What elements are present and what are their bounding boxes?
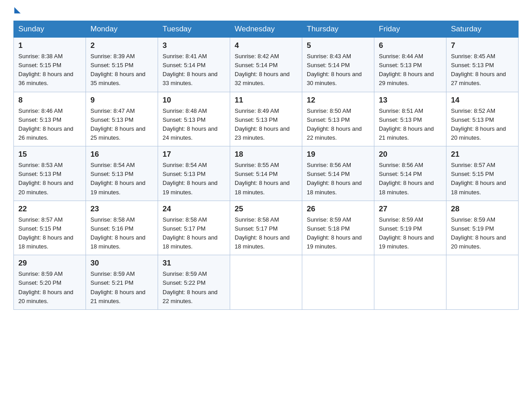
day-info: Sunrise: 8:56 AMSunset: 5:14 PMDaylight:…: [307, 161, 369, 197]
calendar-week-row: 1Sunrise: 8:38 AMSunset: 5:15 PMDaylight…: [14, 38, 519, 92]
calendar-day-cell: 24Sunrise: 8:58 AMSunset: 5:17 PMDayligh…: [158, 201, 230, 255]
day-info: Sunrise: 8:59 AMSunset: 5:20 PMDaylight:…: [18, 270, 81, 306]
calendar-week-row: 29Sunrise: 8:59 AMSunset: 5:20 PMDayligh…: [14, 255, 519, 310]
day-number: 17: [163, 150, 225, 159]
day-number: 31: [163, 259, 225, 268]
day-number: 11: [235, 96, 297, 105]
day-number: 24: [163, 205, 225, 214]
calendar-day-cell: 29Sunrise: 8:59 AMSunset: 5:20 PMDayligh…: [14, 255, 86, 310]
day-info: Sunrise: 8:59 AMSunset: 5:22 PMDaylight:…: [163, 270, 225, 306]
calendar-day-cell: 25Sunrise: 8:58 AMSunset: 5:17 PMDayligh…: [230, 201, 302, 255]
col-friday: Friday: [374, 21, 446, 38]
day-number: 10: [163, 96, 225, 105]
day-number: 25: [235, 205, 297, 214]
day-info: Sunrise: 8:38 AMSunset: 5:15 PMDaylight:…: [18, 52, 81, 88]
col-saturday: Saturday: [446, 21, 519, 38]
day-info: Sunrise: 8:44 AMSunset: 5:13 PMDaylight:…: [379, 52, 442, 88]
calendar-day-cell: [374, 255, 446, 310]
calendar-day-cell: 23Sunrise: 8:58 AMSunset: 5:16 PMDayligh…: [86, 201, 158, 255]
calendar-day-cell: 16Sunrise: 8:54 AMSunset: 5:13 PMDayligh…: [86, 146, 158, 201]
day-info: Sunrise: 8:53 AMSunset: 5:13 PMDaylight:…: [18, 161, 81, 197]
day-info: Sunrise: 8:59 AMSunset: 5:19 PMDaylight:…: [379, 215, 442, 252]
day-number: 26: [307, 205, 369, 214]
calendar-week-row: 8Sunrise: 8:46 AMSunset: 5:13 PMDaylight…: [14, 92, 519, 146]
calendar-day-cell: 6Sunrise: 8:44 AMSunset: 5:13 PMDaylight…: [374, 38, 446, 92]
calendar-day-cell: 21Sunrise: 8:57 AMSunset: 5:15 PMDayligh…: [446, 146, 519, 201]
calendar-week-row: 15Sunrise: 8:53 AMSunset: 5:13 PMDayligh…: [14, 146, 519, 201]
col-tuesday: Tuesday: [158, 21, 230, 38]
page-header: [13, 9, 519, 12]
calendar-day-cell: 11Sunrise: 8:49 AMSunset: 5:13 PMDayligh…: [230, 92, 302, 146]
calendar-day-cell: 5Sunrise: 8:43 AMSunset: 5:14 PMDaylight…: [302, 38, 374, 92]
calendar-day-cell: 19Sunrise: 8:56 AMSunset: 5:14 PMDayligh…: [302, 146, 374, 201]
day-number: 22: [18, 205, 81, 214]
day-info: Sunrise: 8:47 AMSunset: 5:13 PMDaylight:…: [90, 107, 153, 143]
day-number: 21: [451, 150, 514, 159]
day-number: 6: [379, 41, 442, 50]
day-info: Sunrise: 8:54 AMSunset: 5:13 PMDaylight:…: [90, 161, 153, 197]
day-number: 23: [90, 205, 153, 214]
day-number: 28: [451, 205, 514, 214]
calendar-day-cell: 30Sunrise: 8:59 AMSunset: 5:21 PMDayligh…: [86, 255, 158, 310]
day-info: Sunrise: 8:55 AMSunset: 5:14 PMDaylight:…: [235, 161, 297, 197]
day-number: 16: [90, 150, 153, 159]
calendar-day-cell: 4Sunrise: 8:42 AMSunset: 5:14 PMDaylight…: [230, 38, 302, 92]
day-number: 13: [379, 96, 442, 105]
logo: [13, 9, 21, 12]
calendar-day-cell: 26Sunrise: 8:59 AMSunset: 5:18 PMDayligh…: [302, 201, 374, 255]
day-info: Sunrise: 8:57 AMSunset: 5:15 PMDaylight:…: [18, 215, 81, 252]
day-info: Sunrise: 8:39 AMSunset: 5:15 PMDaylight:…: [90, 52, 153, 88]
day-number: 19: [307, 150, 369, 159]
day-info: Sunrise: 8:59 AMSunset: 5:21 PMDaylight:…: [90, 270, 153, 306]
day-number: 18: [235, 150, 297, 159]
day-number: 2: [90, 41, 153, 50]
day-info: Sunrise: 8:48 AMSunset: 5:13 PMDaylight:…: [163, 107, 225, 143]
day-number: 9: [90, 96, 153, 105]
calendar-day-cell: 22Sunrise: 8:57 AMSunset: 5:15 PMDayligh…: [14, 201, 86, 255]
day-number: 30: [90, 259, 153, 268]
col-sunday: Sunday: [14, 21, 86, 38]
day-info: Sunrise: 8:59 AMSunset: 5:18 PMDaylight:…: [307, 215, 369, 252]
day-info: Sunrise: 8:52 AMSunset: 5:13 PMDaylight:…: [451, 107, 514, 143]
day-info: Sunrise: 8:57 AMSunset: 5:15 PMDaylight:…: [451, 161, 514, 197]
day-info: Sunrise: 8:58 AMSunset: 5:17 PMDaylight:…: [235, 215, 297, 252]
calendar-day-cell: 17Sunrise: 8:54 AMSunset: 5:13 PMDayligh…: [158, 146, 230, 201]
day-info: Sunrise: 8:49 AMSunset: 5:13 PMDaylight:…: [235, 107, 297, 143]
day-number: 15: [18, 150, 81, 159]
day-number: 7: [451, 41, 514, 50]
calendar-day-cell: 2Sunrise: 8:39 AMSunset: 5:15 PMDaylight…: [86, 38, 158, 92]
day-info: Sunrise: 8:50 AMSunset: 5:13 PMDaylight:…: [307, 107, 369, 143]
day-number: 5: [307, 41, 369, 50]
col-wednesday: Wednesday: [230, 21, 302, 38]
day-number: 12: [307, 96, 369, 105]
calendar-day-cell: 3Sunrise: 8:41 AMSunset: 5:14 PMDaylight…: [158, 38, 230, 92]
calendar-day-cell: [302, 255, 374, 310]
calendar-day-cell: 20Sunrise: 8:56 AMSunset: 5:14 PMDayligh…: [374, 146, 446, 201]
col-monday: Monday: [86, 21, 158, 38]
calendar-day-cell: [230, 255, 302, 310]
day-info: Sunrise: 8:46 AMSunset: 5:13 PMDaylight:…: [18, 107, 81, 143]
calendar-header-row: Sunday Monday Tuesday Wednesday Thursday…: [14, 21, 519, 38]
day-number: 4: [235, 41, 297, 50]
day-info: Sunrise: 8:54 AMSunset: 5:13 PMDaylight:…: [163, 161, 225, 197]
day-number: 1: [18, 41, 81, 50]
calendar-day-cell: 31Sunrise: 8:59 AMSunset: 5:22 PMDayligh…: [158, 255, 230, 310]
calendar-day-cell: 9Sunrise: 8:47 AMSunset: 5:13 PMDaylight…: [86, 92, 158, 146]
col-thursday: Thursday: [302, 21, 374, 38]
calendar-table: Sunday Monday Tuesday Wednesday Thursday…: [13, 21, 519, 310]
day-number: 8: [18, 96, 81, 105]
calendar-day-cell: 13Sunrise: 8:51 AMSunset: 5:13 PMDayligh…: [374, 92, 446, 146]
calendar-day-cell: 10Sunrise: 8:48 AMSunset: 5:13 PMDayligh…: [158, 92, 230, 146]
calendar-week-row: 22Sunrise: 8:57 AMSunset: 5:15 PMDayligh…: [14, 201, 519, 255]
calendar-day-cell: 7Sunrise: 8:45 AMSunset: 5:13 PMDaylight…: [446, 38, 519, 92]
day-number: 3: [163, 41, 225, 50]
day-number: 20: [379, 150, 442, 159]
calendar-day-cell: [446, 255, 519, 310]
calendar-day-cell: 15Sunrise: 8:53 AMSunset: 5:13 PMDayligh…: [14, 146, 86, 201]
day-info: Sunrise: 8:41 AMSunset: 5:14 PMDaylight:…: [163, 52, 225, 88]
day-number: 29: [18, 259, 81, 268]
day-info: Sunrise: 8:42 AMSunset: 5:14 PMDaylight:…: [235, 52, 297, 88]
calendar-day-cell: 18Sunrise: 8:55 AMSunset: 5:14 PMDayligh…: [230, 146, 302, 201]
day-info: Sunrise: 8:56 AMSunset: 5:14 PMDaylight:…: [379, 161, 442, 197]
day-number: 27: [379, 205, 442, 214]
